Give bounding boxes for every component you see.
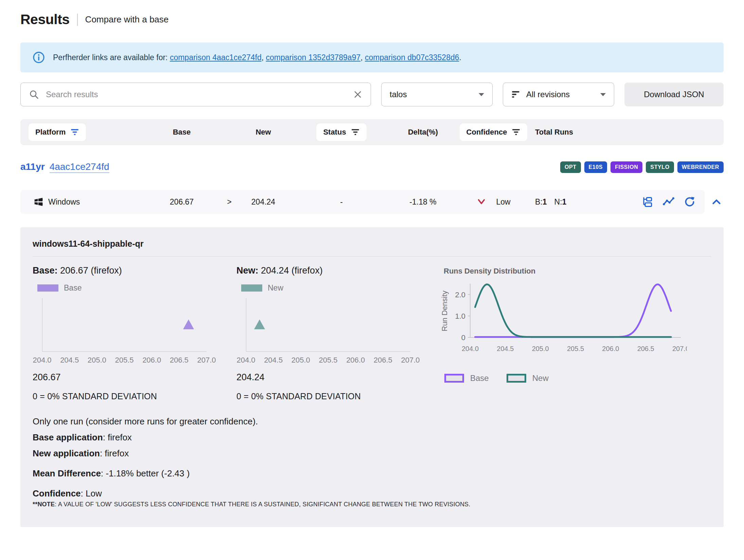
base-header-label: Base: [143, 128, 221, 137]
search-box: [20, 83, 371, 106]
svg-text:206.5: 206.5: [637, 345, 654, 352]
clear-search-icon[interactable]: [353, 90, 362, 99]
detail-card: windows11-64-shippable-qr Base: 206.67 (…: [20, 227, 724, 527]
base-value: 206.67: [170, 197, 194, 207]
x-axis-tick-labels: 204.0204.5205.0205.5206.0206.5207.0: [246, 356, 410, 368]
runs-note: Only one run (consider more runs for gre…: [33, 416, 711, 427]
confidence-value: Low: [496, 197, 510, 207]
revisions-value: All revisions: [526, 90, 595, 99]
runs-b-value: 1: [543, 197, 547, 206]
search-icon: [29, 89, 39, 100]
x-tick-label: 204.5: [264, 356, 283, 365]
toolbar: talos All revisions Download JSON: [20, 83, 724, 106]
page-title: Results: [20, 12, 70, 28]
suite-link[interactable]: a11yr: [20, 161, 45, 172]
chevron-down-icon: [479, 93, 484, 96]
refresh-icon: [684, 196, 696, 208]
runs-n-label: N:: [554, 197, 562, 206]
download-json-button[interactable]: Download JSON: [624, 83, 724, 106]
density-plot: 01.02.0204.0204.5205.0205.5206.0206.5207…: [449, 279, 687, 360]
mean-difference-line: Mean Difference: -1.18% better (-2.43 ): [33, 468, 711, 479]
platform-name: Windows: [48, 197, 80, 207]
svg-text:206.0: 206.0: [602, 345, 619, 352]
runs-n-value: 1: [562, 197, 567, 206]
base-stddev-text: 0 = 0% STANDARD DEVIATION: [33, 391, 223, 401]
status-header-label: Status: [323, 128, 346, 137]
base-mean-value: 206.67: [33, 372, 223, 383]
svg-text:204.5: 204.5: [497, 345, 514, 352]
x-tick-label: 205.5: [319, 356, 337, 365]
tag-badge-opt: OPT: [560, 161, 581, 173]
new-run-marker: [254, 319, 265, 329]
filter-icon: [351, 128, 360, 136]
page-subtitle: Compare with a base: [85, 14, 169, 25]
svg-text:207.0: 207.0: [672, 345, 687, 352]
result-row: Windows 206.67 > 204.24 - -1.18 % Low B:…: [20, 190, 705, 214]
new-application-line: New application: firefox: [33, 448, 711, 459]
framework-select[interactable]: talos: [381, 83, 493, 106]
platform-header-label: Platform: [35, 128, 66, 137]
legend-item-new: New: [507, 373, 549, 383]
confidence-header-label: Confidence: [466, 128, 507, 137]
x-tick-label: 204.0: [33, 356, 51, 365]
comparison-link[interactable]: comparison 1352d3789a97: [266, 53, 360, 62]
confidence-line: Confidence: Low: [33, 488, 711, 499]
status-filter-button[interactable]: Status: [316, 123, 366, 141]
new-value: 204.24: [251, 197, 275, 207]
svg-text:204.0: 204.0: [462, 345, 479, 352]
badge-list: OPTE10SFISSIONSTYLOWEBRENDER: [560, 161, 724, 173]
base-heading-value: 206.67 (firefox): [60, 265, 122, 276]
confidence-note: **NOTE: A VALUE OF 'LOW' SUGGESTS LESS C…: [33, 501, 711, 508]
graph-button[interactable]: [662, 196, 675, 208]
svg-text:0: 0: [461, 333, 465, 342]
comparison-link[interactable]: comparison db07c33528d6: [365, 53, 459, 62]
line-graph-icon: [662, 196, 675, 208]
new-stddev-text: 0 = 0% STANDARD DEVIATION: [236, 391, 427, 401]
total-runs-header-label: Total Runs: [535, 128, 612, 137]
base-swatch: [37, 284, 58, 292]
new-distribution: New: 204.24 (firefox) New 204.0204.5205.…: [236, 265, 427, 401]
subtests-button[interactable]: [641, 196, 654, 208]
x-tick-label: 206.0: [346, 356, 365, 365]
delta-value: -1.18 %: [409, 197, 436, 207]
base-application-line: Base application: firefox: [33, 432, 711, 443]
tag-badge-stylo: STYLO: [646, 161, 674, 173]
search-input[interactable]: [46, 90, 346, 99]
collapse-row-button[interactable]: [709, 197, 724, 207]
svg-text:205.0: 205.0: [532, 345, 549, 352]
density-legend: BaseNew: [440, 373, 711, 383]
retrigger-button[interactable]: [684, 196, 696, 208]
x-tick-label: 205.0: [291, 356, 310, 365]
subtests-tree-icon: [641, 196, 654, 208]
tag-badge-e10s: E10S: [584, 161, 607, 173]
x-tick-label: 207.0: [197, 356, 216, 365]
results-table-header: Platform Base New Status Delta(: [20, 119, 724, 145]
confidence-filter-button[interactable]: Confidence: [460, 123, 528, 141]
runs-b-label: B:: [535, 197, 543, 206]
revision-link[interactable]: 4aac1ce274fd: [50, 161, 109, 173]
detail-title: windows11-64-shippable-qr: [33, 239, 711, 249]
new-mean-value: 204.24: [236, 372, 427, 383]
filter-icon: [512, 128, 520, 136]
svg-text:1.0: 1.0: [455, 312, 465, 320]
base-legend-label: Base: [64, 283, 82, 293]
legend-swatch: [507, 374, 526, 383]
legend-item-base: Base: [444, 373, 489, 383]
comparison-link[interactable]: comparison 4aac1ce274fd: [170, 53, 262, 62]
title-divider: [77, 14, 78, 26]
revisions-select[interactable]: All revisions: [503, 83, 614, 106]
new-heading-value: 204.24 (firefox): [261, 265, 323, 276]
info-banner: Perfherder links are available for: comp…: [20, 42, 724, 72]
tag-badge-webrender: WEBRENDER: [677, 161, 724, 173]
base-distribution: Base: 206.67 (firefox) Base 204.0204.520…: [33, 265, 223, 401]
new-swatch: [241, 284, 262, 292]
detail-notes: Only one run (consider more runs for gre…: [33, 416, 711, 508]
chevron-down-icon: [600, 93, 606, 96]
platform-filter-button[interactable]: Platform: [29, 123, 86, 141]
x-tick-label: 205.5: [115, 356, 134, 365]
suite-group-row: a11yr 4aac1ce274fd OPTE10SFISSIONSTYLOWE…: [20, 161, 724, 173]
windows-logo-icon: [33, 197, 43, 207]
tag-badge-fission: FISSION: [610, 161, 642, 173]
x-tick-label: 207.0: [401, 356, 420, 365]
total-runs-value: B:1 N:1: [535, 197, 612, 207]
